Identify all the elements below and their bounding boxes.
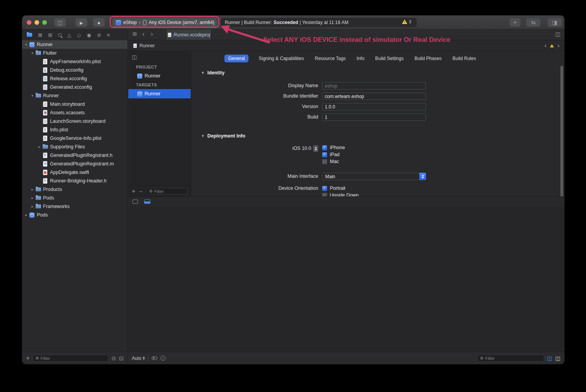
target-row-runner[interactable]: Runner xyxy=(128,89,191,98)
nav-item-file[interactable]: Main.storyboard xyxy=(22,100,128,108)
main-interface-dropdown[interactable]: Main xyxy=(322,173,426,180)
scm-status-filter-icon[interactable] xyxy=(119,356,124,361)
build-field[interactable] xyxy=(322,113,426,121)
minimize-window-button[interactable] xyxy=(34,20,39,25)
tab-build-phases[interactable]: Build Phases xyxy=(414,55,442,62)
disclosure-triangle-icon[interactable] xyxy=(37,145,42,149)
identity-section-header[interactable]: Identity xyxy=(191,70,564,76)
console-filter-field[interactable] xyxy=(477,355,544,362)
show-console-view-icon[interactable] xyxy=(555,356,560,361)
nav-item-file[interactable]: Release.xcconfig xyxy=(22,74,128,83)
target-filter-field[interactable] xyxy=(146,188,187,194)
warning-badge[interactable]: 3 xyxy=(402,19,411,24)
stop-button[interactable] xyxy=(93,18,105,27)
tab-signing-capabilities[interactable]: Signing & Capabilities xyxy=(258,55,305,62)
issue-navigator-icon[interactable] xyxy=(67,33,71,38)
nav-item-group[interactable]: Products xyxy=(22,185,128,194)
bundle-identifier-field[interactable] xyxy=(322,93,426,100)
run-button[interactable] xyxy=(76,18,87,27)
checkbox-mac[interactable]: Mac xyxy=(322,159,345,164)
show-variables-view-icon[interactable] xyxy=(547,356,552,361)
info-icon[interactable] xyxy=(160,356,165,361)
disclosure-triangle-icon[interactable] xyxy=(24,43,29,46)
checkbox-iphone[interactable]: iPhone xyxy=(322,145,345,150)
disclosure-triangle-icon[interactable] xyxy=(30,94,35,98)
remove-target-button[interactable] xyxy=(139,189,142,194)
related-items-icon[interactable] xyxy=(133,31,137,36)
toggle-debug-area-icon[interactable] xyxy=(144,199,150,204)
warning-triangle-icon[interactable] xyxy=(550,44,554,47)
previous-issue-button[interactable] xyxy=(545,42,547,49)
scheme-selector[interactable]: eShop › Any iOS Device (armv7, arm64) xyxy=(112,18,217,27)
deployment-info-section-header[interactable]: Deployment Info xyxy=(191,133,564,139)
display-name-field[interactable] xyxy=(322,82,426,89)
nav-item-file[interactable]: LaunchScreen.storyboard xyxy=(22,117,128,126)
tab-general[interactable]: General xyxy=(224,55,249,62)
add-file-button[interactable] xyxy=(26,355,29,361)
zoom-window-button[interactable] xyxy=(42,20,47,25)
disclosure-triangle-icon[interactable] xyxy=(30,196,35,200)
hide-projects-list-icon[interactable] xyxy=(132,54,137,60)
jumpbar-item[interactable]: Runner xyxy=(140,43,155,48)
toggle-inspectors-button[interactable] xyxy=(548,18,562,27)
version-stepper[interactable] xyxy=(313,145,318,152)
symbol-navigator-icon[interactable] xyxy=(48,33,52,38)
back-button[interactable] xyxy=(142,31,145,37)
nav-item-group[interactable]: Pods xyxy=(22,194,128,202)
checkbox-ipad[interactable]: iPad xyxy=(322,152,345,157)
next-issue-button[interactable] xyxy=(557,42,560,49)
project-row[interactable]: Runner xyxy=(128,71,191,81)
console-filter-input[interactable] xyxy=(485,356,541,361)
add-target-button[interactable] xyxy=(132,188,135,194)
nav-item-project[interactable]: Runner xyxy=(22,40,128,49)
vertical-scrollbar[interactable] xyxy=(560,66,563,196)
nav-item-group[interactable]: Frameworks xyxy=(22,202,128,211)
forward-button[interactable] xyxy=(151,31,153,37)
tab-info[interactable]: Info xyxy=(356,55,365,62)
tab-runner-xcodeproj[interactable]: Runner.xcodeproj xyxy=(166,29,212,40)
disclosure-triangle-icon[interactable] xyxy=(30,205,35,208)
nav-item-file[interactable]: Generated.xcconfig xyxy=(22,83,128,91)
nav-item-group[interactable]: Flutter xyxy=(22,49,128,57)
tab-resource-tags[interactable]: Resource Tags xyxy=(314,55,346,62)
close-window-button[interactable] xyxy=(27,20,31,25)
nav-item-file[interactable]: GeneratedPluginRegistrant.h xyxy=(22,151,128,160)
nav-item-file[interactable]: AppFrameworkInfo.plist xyxy=(22,57,128,66)
debug-navigator-icon[interactable] xyxy=(87,33,91,38)
nav-item-file[interactable]: AppDelegate.swift xyxy=(22,168,128,177)
disclosure-triangle-icon[interactable] xyxy=(30,51,35,55)
version-field[interactable] xyxy=(322,103,426,110)
recent-files-icon[interactable] xyxy=(112,356,116,361)
find-icon[interactable] xyxy=(58,33,62,37)
report-navigator-icon[interactable] xyxy=(107,33,110,38)
nav-item-file[interactable]: Info.plist xyxy=(22,126,128,134)
target-filter-input[interactable] xyxy=(154,189,184,194)
debug-area-layout-icon[interactable] xyxy=(133,199,138,204)
checkbox-upside-down[interactable]: Upside Down xyxy=(322,193,366,196)
tab-build-rules[interactable]: Build Rules xyxy=(452,55,477,62)
editor-layout-button[interactable] xyxy=(526,18,540,27)
add-editor-icon[interactable] xyxy=(555,31,560,37)
breakpoint-navigator-icon[interactable] xyxy=(97,33,101,38)
variables-view-mode-dropdown[interactable]: Auto xyxy=(132,356,145,361)
nav-item-group[interactable]: Runner xyxy=(22,91,128,100)
navigator-filter-field[interactable] xyxy=(33,355,108,362)
nav-item-file[interactable]: Assets.xcassets xyxy=(22,108,128,117)
quicklook-eye-icon[interactable] xyxy=(152,356,157,360)
toggle-navigator-button[interactable] xyxy=(54,18,66,27)
nav-item-file[interactable]: Debug.xcconfig xyxy=(22,66,128,74)
project-navigator-icon[interactable] xyxy=(27,33,32,37)
nav-item-file[interactable]: Runner-Bridging-Header.h xyxy=(22,177,128,185)
test-navigator-icon[interactable] xyxy=(77,33,81,38)
disclosure-triangle-icon[interactable] xyxy=(30,187,35,191)
disclosure-triangle-icon[interactable] xyxy=(24,213,29,217)
nav-item-file[interactable]: GoogleService-Info.plist xyxy=(22,134,128,143)
nav-item-file[interactable]: GeneratedPluginRegistrant.m xyxy=(22,160,128,168)
source-control-icon[interactable] xyxy=(38,33,42,38)
nav-item-group[interactable]: Supporting Files xyxy=(22,143,128,151)
add-editor-library-button[interactable] xyxy=(510,18,521,27)
nav-item-project[interactable]: Pods xyxy=(22,211,128,219)
navigator-filter-input[interactable] xyxy=(41,356,106,361)
tab-build-settings[interactable]: Build Settings xyxy=(374,55,404,62)
checkbox-portrait[interactable]: Portrait xyxy=(322,186,366,191)
